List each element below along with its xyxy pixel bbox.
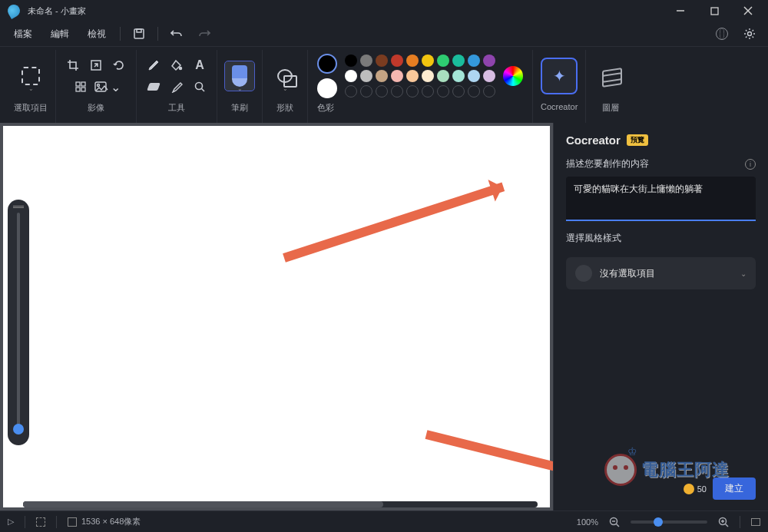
shapes-tool[interactable]: ⌄ (270, 61, 300, 91)
style-label: 選擇風格樣式 (566, 232, 621, 245)
menu-file[interactable]: 檔案 (6, 25, 40, 44)
color-swatch[interactable] (406, 55, 419, 67)
pencil-tool[interactable] (144, 56, 163, 74)
zoom-out-button[interactable] (609, 517, 620, 527)
color-swatch[interactable] (483, 70, 495, 82)
color-swatch[interactable] (437, 55, 449, 67)
layers-button[interactable] (594, 59, 627, 93)
color-2[interactable] (317, 78, 337, 98)
color-swatch[interactable] (345, 70, 357, 82)
color-swatch[interactable] (391, 70, 403, 82)
coin-icon (684, 484, 694, 494)
color-swatch[interactable] (468, 70, 480, 82)
group-colors: 色彩 (308, 50, 533, 123)
color-swatch[interactable] (345, 55, 357, 67)
group-label: 工具 (168, 102, 185, 114)
color-swatch[interactable] (391, 55, 403, 67)
close-button[interactable] (731, 0, 765, 21)
crop-button[interactable] (64, 56, 82, 74)
color-picker-tool[interactable] (167, 78, 186, 96)
save-button[interactable] (127, 23, 151, 45)
style-selected-text: 沒有選取項目 (600, 267, 655, 280)
color-swatch[interactable] (376, 55, 388, 67)
prompt-input[interactable] (566, 177, 756, 221)
color-swatch[interactable] (422, 55, 434, 67)
cocreator-panel: Cocreator預覽 描述您要創作的内容 i 選擇風格樣式 沒有選取項目 ⌄ … (553, 123, 768, 511)
color-swatch[interactable] (483, 55, 495, 67)
group-label: 圖層 (602, 102, 619, 114)
preview-badge: 預覽 (627, 134, 648, 146)
color-swatch-empty[interactable] (452, 85, 465, 97)
main-area: Cocreator預覽 描述您要創作的内容 i 選擇風格樣式 沒有選取項目 ⌄ … (0, 123, 768, 511)
svg-rect-10 (76, 88, 80, 91)
svg-point-6 (748, 32, 752, 36)
zoom-in-button[interactable] (718, 517, 729, 527)
svg-rect-1 (711, 8, 718, 15)
color-swatch-empty[interactable] (437, 85, 449, 97)
color-swatch-empty[interactable] (345, 85, 357, 97)
color-swatch[interactable] (422, 70, 434, 82)
text-tool[interactable]: A (190, 56, 209, 74)
brush-tool[interactable]: ⌄ (225, 61, 254, 91)
group-shapes: ⌄ 形狀 (263, 50, 308, 123)
color-palette (345, 55, 495, 97)
menu-edit[interactable]: 編輯 (43, 25, 77, 44)
group-brushes: ⌄ 筆刷 (217, 50, 263, 123)
info-icon[interactable]: i (745, 159, 756, 170)
layers-icon (602, 69, 619, 83)
color-swatch-empty[interactable] (406, 85, 419, 97)
selection-tool[interactable]: ⌄ (16, 61, 45, 91)
color-swatch-empty[interactable] (422, 85, 434, 97)
magnifier-tool[interactable] (190, 78, 209, 96)
svg-line-16 (202, 89, 205, 92)
color-swatch[interactable] (406, 70, 419, 82)
zoom-slider[interactable] (631, 520, 707, 524)
group-tools: A 工具 (137, 50, 217, 123)
grid-button[interactable] (71, 78, 90, 96)
svg-line-23 (726, 524, 729, 527)
svg-rect-9 (81, 82, 85, 86)
group-label: 色彩 (317, 102, 334, 114)
import-button[interactable]: ⌄ (94, 78, 121, 96)
group-label: 選取項目 (14, 102, 48, 114)
canvas[interactable] (3, 126, 550, 507)
color-swatch-empty[interactable] (483, 85, 495, 97)
color-swatch[interactable] (360, 55, 372, 67)
color-swatch[interactable] (437, 70, 449, 82)
redo-button[interactable] (192, 23, 217, 45)
style-dropdown[interactable]: 沒有選取項目 ⌄ (566, 257, 756, 289)
edit-colors-button[interactable] (503, 66, 523, 86)
cocreator-button[interactable] (542, 59, 576, 93)
svg-rect-11 (81, 88, 85, 91)
group-label: 筆刷 (231, 102, 248, 114)
minimize-button[interactable] (664, 0, 697, 21)
color-swatch-empty[interactable] (391, 85, 403, 97)
group-layers: 圖層 (586, 50, 635, 123)
color-1[interactable] (317, 54, 337, 74)
menu-view[interactable]: 檢視 (80, 25, 114, 44)
settings-button[interactable] (737, 23, 762, 45)
rotate-button[interactable] (110, 56, 128, 74)
resize-button[interactable] (87, 56, 105, 74)
color-swatch[interactable] (360, 70, 372, 82)
color-swatch[interactable] (468, 55, 480, 67)
generate-button[interactable]: 建立 (713, 477, 756, 500)
maximize-button[interactable] (697, 0, 731, 21)
color-swatch[interactable] (452, 55, 465, 67)
canvas-area (0, 123, 553, 511)
undo-button[interactable] (164, 23, 189, 45)
canvas-size: 1536 × 648像素 (68, 516, 141, 527)
color-swatch-empty[interactable] (468, 85, 480, 97)
describe-label: 描述您要創作的内容 (566, 157, 649, 170)
brush-size-slider[interactable] (8, 200, 29, 445)
fit-screen-button[interactable] (751, 518, 760, 526)
fill-tool[interactable] (167, 56, 186, 74)
color-swatch[interactable] (376, 70, 388, 82)
color-swatch[interactable] (452, 70, 465, 82)
svg-rect-5 (137, 29, 141, 32)
color-swatch-empty[interactable] (360, 85, 372, 97)
language-button[interactable] (710, 23, 734, 45)
color-swatch-empty[interactable] (376, 85, 388, 97)
eraser-tool[interactable] (144, 78, 163, 96)
horizontal-scrollbar[interactable] (23, 501, 538, 507)
